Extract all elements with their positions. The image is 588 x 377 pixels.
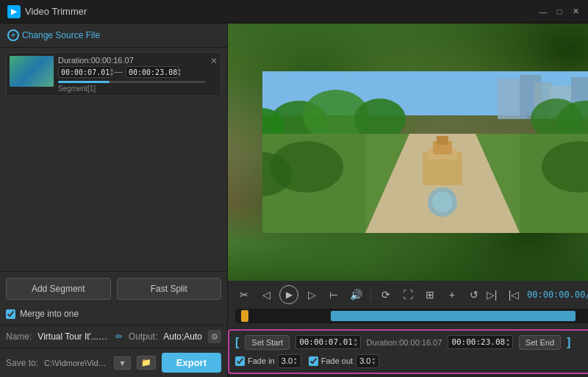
fade-out-group: Fade out 3.0 ▲ ▼: [309, 354, 379, 368]
merge-checkbox[interactable]: [6, 309, 15, 319]
left-panel: + Change Source File Duration:00:00:16.0…: [0, 24, 228, 377]
divider: [370, 288, 371, 301]
next-frame-button[interactable]: ▷: [303, 286, 320, 304]
playback-controls: ✂ ◁ ▶ ▷ ⊢ 🔊 ⟳ ⛶ ⊞: [228, 281, 588, 309]
timeline-area: [228, 309, 588, 329]
maximize-button[interactable]: □: [554, 7, 564, 17]
add-segment-button[interactable]: Add Segment: [6, 278, 111, 300]
fade-in-label: Fade in: [248, 356, 275, 365]
window-controls[interactable]: — □ ✕: [538, 7, 581, 17]
video-frame: [228, 24, 588, 281]
fade-out-spinners[interactable]: ▲ ▼: [371, 356, 376, 366]
segment-area: Duration:00:00:16.07 00:00:07.01 ▲ ▼ —: [0, 48, 227, 271]
start-time-group: 00:00:07.01 ▲ ▼: [295, 335, 360, 349]
trim-end-time[interactable]: 00:00:23.08 ▲ ▼: [448, 335, 512, 349]
fade-out-label: Fade out: [321, 356, 353, 365]
play-button[interactable]: ▶: [279, 285, 298, 304]
fade-in-group: Fade in 3.0 ▲ ▼: [235, 354, 301, 368]
trim-bracket-left: [: [235, 336, 239, 349]
segment-progress-bar: [58, 81, 206, 83]
loop-button[interactable]: ⟳: [377, 286, 395, 304]
save-label: Save to:: [6, 358, 38, 368]
prev-frame-button[interactable]: ◁: [257, 286, 275, 304]
refresh-button[interactable]: ↺: [465, 286, 483, 304]
cut-button[interactable]: ✂: [235, 286, 253, 304]
svg-rect-20: [437, 136, 448, 145]
fade-in-spinners[interactable]: ▲ ▼: [293, 356, 298, 366]
trim-controls: [ Set Start 00:00:07.01 ▲ ▼ Duration:00:…: [228, 329, 588, 374]
set-start-button[interactable]: Set Start: [245, 335, 290, 350]
mark-in-button[interactable]: ▷|: [483, 286, 501, 304]
segment-duration: Duration:00:00:16.07: [58, 56, 206, 65]
spin-down[interactable]: ▼: [371, 361, 376, 366]
merge-label: Merge into one: [20, 309, 79, 319]
app-icon: ▶: [7, 5, 21, 18]
export-button[interactable]: Export: [162, 353, 221, 373]
source-bar: + Change Source File: [0, 24, 227, 48]
segment-item: Duration:00:00:16.07 00:00:07.01 ▲ ▼ —: [6, 52, 221, 96]
fast-split-button[interactable]: Fast Split: [117, 278, 222, 300]
spin-down[interactable]: ▼: [354, 342, 357, 348]
fade-in-checkbox[interactable]: [235, 356, 245, 366]
spin-down[interactable]: ▼: [293, 361, 298, 366]
trim-row-2: Fade in 3.0 ▲ ▼ Fade out 3.0: [235, 354, 588, 368]
trim-row-1: [ Set Start 00:00:07.01 ▲ ▼ Duration:00:…: [235, 335, 588, 350]
playback-buttons: ✂ ◁ ▶ ▷ ⊢ 🔊 ⟳ ⛶ ⊞: [235, 285, 483, 304]
bottom-buttons: Add Segment Fast Split: [0, 271, 227, 306]
settings-button[interactable]: ⚙: [208, 330, 221, 343]
skip-end-button[interactable]: ⊢: [325, 286, 343, 304]
control-row: ✂ ◁ ▶ ▷ ⊢ 🔊 ⟳ ⛶ ⊞: [235, 285, 588, 304]
open-folder-button[interactable]: 📁: [137, 356, 156, 370]
set-end-button[interactable]: Set End: [519, 335, 561, 350]
minimize-button[interactable]: —: [538, 7, 548, 17]
app-title: Video Trimmer: [25, 6, 87, 17]
segment-end-time[interactable]: 00:00:23.08 ▲ ▼: [126, 66, 179, 78]
name-output-row: Name: Virtual Tour It'...(Intramuros).mp…: [0, 325, 227, 348]
file-name: Virtual Tour It'...(Intramuros).mp4: [37, 331, 110, 342]
fullscreen-button[interactable]: ⛶: [399, 286, 417, 304]
segment-start-time[interactable]: 00:00:07.01 ▲ ▼: [58, 66, 111, 78]
save-row: Save to: C:\Vidmore\Vidmore Video Conver…: [0, 348, 227, 377]
end-time-spinners[interactable]: ▲ ▼: [506, 337, 509, 347]
fade-in-value[interactable]: 3.0 ▲ ▼: [278, 354, 301, 368]
start-time-spinners[interactable]: ▲ ▼: [354, 337, 357, 347]
trim-bracket-right: ]: [567, 336, 570, 349]
time-display: 00:00:00.00/00:00:30.01: [527, 290, 588, 300]
duration-label: Duration:00:00:16.07: [367, 338, 442, 347]
segment-times: 00:00:07.01 ▲ ▼ — 00:00:23.08 ▲ ▼: [58, 66, 206, 78]
edit-name-icon[interactable]: ✏: [115, 331, 123, 342]
crop-button[interactable]: ⊞: [421, 286, 439, 304]
end-spinners[interactable]: ▲ ▼: [177, 68, 182, 76]
segment-label: Segment[1]: [58, 85, 206, 93]
spin-down[interactable]: ▼: [506, 342, 509, 348]
video-scene-svg: [262, 71, 588, 233]
segment-info: Duration:00:00:16.07 00:00:07.01 ▲ ▼ —: [58, 56, 206, 93]
mark-out-button[interactable]: |◁: [505, 286, 523, 304]
selected-range: [331, 311, 576, 321]
timeline-track[interactable]: [235, 309, 588, 323]
segment-thumbnail: [10, 56, 54, 87]
fade-out-value[interactable]: 3.0 ▲ ▼: [356, 354, 379, 368]
output-value: Auto;Auto: [163, 331, 202, 342]
spin-up[interactable]: ▲: [371, 356, 376, 362]
close-button[interactable]: ✕: [570, 7, 581, 17]
spin-up[interactable]: ▲: [293, 356, 298, 362]
playhead-marker[interactable]: [241, 310, 248, 322]
browse-folder-button[interactable]: ▼: [114, 356, 131, 370]
title-bar: ▶ Video Trimmer — □ ✕: [0, 0, 588, 24]
change-source-label: Change Source File: [22, 30, 100, 40]
svg-point-13: [531, 98, 582, 140]
video-preview: [228, 24, 588, 281]
change-source-button[interactable]: + Change Source File: [7, 29, 100, 41]
right-panel: ✂ ◁ ▶ ▷ ⊢ 🔊 ⟳ ⛶ ⊞: [228, 24, 588, 377]
segment-close-button[interactable]: ✕: [210, 56, 218, 66]
add-marker-button[interactable]: +: [443, 286, 461, 304]
time-display-area: ▷| |◁ 00:00:00.00/00:00:30.01: [483, 286, 588, 304]
spin-down[interactable]: ▼: [177, 72, 182, 76]
volume-button[interactable]: 🔊: [347, 286, 365, 304]
name-label: Name:: [6, 331, 32, 342]
fade-out-checkbox[interactable]: [309, 356, 318, 366]
merge-row: Merge into one: [0, 306, 227, 325]
segment-progress-fill: [58, 81, 110, 83]
trim-start-time[interactable]: 00:00:07.01 ▲ ▼: [295, 335, 360, 349]
